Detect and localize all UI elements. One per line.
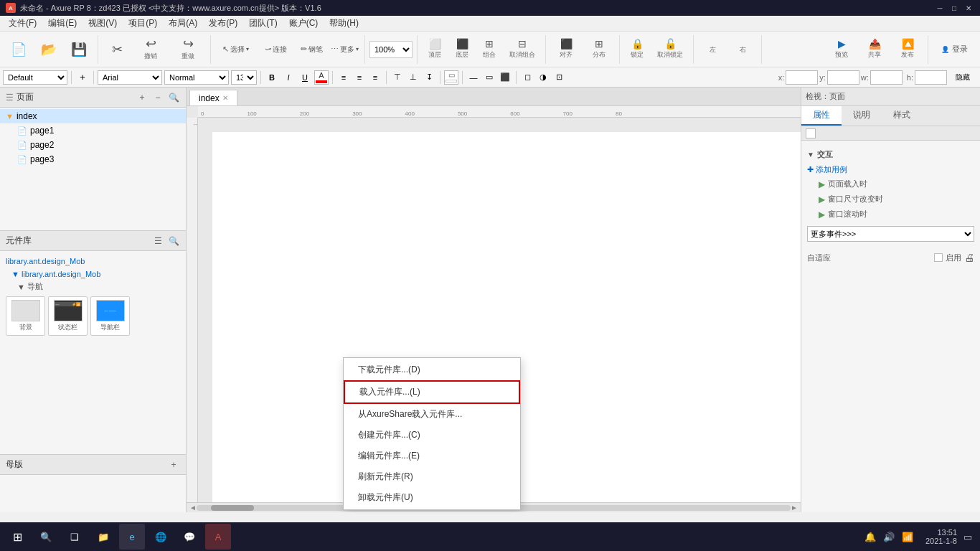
bold-button[interactable]: B bbox=[265, 70, 279, 85]
page-item-page3[interactable]: 📄 page3 bbox=[0, 152, 186, 166]
taskview-button[interactable]: ❑ bbox=[62, 524, 88, 550]
menu-publish[interactable]: 发布(P) bbox=[203, 16, 243, 31]
login-button[interactable]: 👤 登录 bbox=[933, 36, 976, 63]
zoom-select[interactable]: 100% bbox=[369, 41, 413, 58]
bottom-layer-button[interactable]: ⬛ 底层 bbox=[449, 36, 475, 63]
w-input[interactable] bbox=[870, 70, 903, 85]
cut-button[interactable]: ✂ bbox=[103, 36, 131, 63]
comp-category-label[interactable]: ▼ library.ant.design_Mob bbox=[3, 267, 183, 280]
add-page-button[interactable]: + bbox=[136, 91, 149, 104]
ctx-load[interactable]: 载入元件库...(L) bbox=[344, 380, 520, 404]
tab-style[interactable]: 样式 bbox=[882, 106, 922, 126]
align-right-button[interactable]: ≡ bbox=[368, 70, 382, 85]
h-input[interactable] bbox=[915, 70, 947, 85]
ctx-refresh[interactable]: 刷新元件库(R) bbox=[344, 466, 520, 487]
add-style-button[interactable]: + bbox=[75, 70, 90, 85]
preview-button[interactable]: ▶ 预览 bbox=[826, 36, 857, 63]
connect-button[interactable]: ⤻ 连接 bbox=[257, 36, 294, 63]
align-center-button[interactable]: ≡ bbox=[352, 70, 367, 85]
italic-button[interactable]: I bbox=[281, 70, 296, 85]
menu-team[interactable]: 团队(T) bbox=[243, 16, 283, 31]
border-color-button[interactable]: ⬛ bbox=[498, 70, 512, 85]
edge-button[interactable]: e bbox=[119, 524, 145, 550]
page-item-index[interactable]: ▼ index bbox=[0, 109, 186, 123]
wechat-button[interactable]: 💬 bbox=[176, 524, 202, 550]
top-layer-button[interactable]: ⬜ 顶层 bbox=[422, 36, 448, 63]
align-left-button[interactable]: ≡ bbox=[336, 70, 351, 85]
event-window-resize[interactable]: ▶ 窗口尺寸改变时 bbox=[807, 192, 974, 207]
scroll-right-arrow[interactable]: ► bbox=[791, 504, 798, 512]
select-button[interactable]: ↖ 选择 ▾ bbox=[215, 36, 255, 63]
fill-color-button[interactable]: ▭ bbox=[444, 70, 458, 85]
scroll-left-arrow[interactable]: ◄ bbox=[189, 504, 197, 512]
page-item-page2[interactable]: 📄 page2 bbox=[0, 138, 186, 152]
y-input[interactable] bbox=[827, 70, 859, 85]
x-input[interactable] bbox=[786, 70, 818, 85]
explorer-button[interactable]: 📁 bbox=[90, 524, 116, 550]
adaptive-checkbox[interactable] bbox=[934, 253, 943, 262]
menu-view[interactable]: 视图(V) bbox=[83, 16, 123, 31]
tab-properties[interactable]: 属性 bbox=[801, 106, 842, 126]
padding-button[interactable]: ⊡ bbox=[552, 70, 566, 85]
font-family-select[interactable]: Arial bbox=[98, 70, 162, 85]
comp-menu-button[interactable]: ☰ bbox=[151, 235, 164, 248]
font-style-select[interactable]: Normal bbox=[164, 70, 229, 85]
menu-help[interactable]: 帮助(H) bbox=[324, 16, 364, 31]
unlock-button[interactable]: 🔓 取消锁定 bbox=[651, 36, 689, 63]
distribute-button[interactable]: ⊞ 分布 bbox=[583, 36, 615, 63]
tab-close-icon[interactable]: ✕ bbox=[222, 94, 228, 102]
style-select[interactable]: Default bbox=[3, 70, 67, 85]
search-page-button[interactable]: 🔍 bbox=[167, 91, 180, 104]
align-button[interactable]: ⬛ 对齐 bbox=[550, 36, 582, 63]
font-color-button[interactable]: A bbox=[314, 70, 329, 85]
ungroup-button[interactable]: ⊟ 取消组合 bbox=[504, 36, 541, 63]
border-style-button[interactable]: — bbox=[466, 70, 481, 85]
show-desktop-icon[interactable]: ▭ bbox=[960, 529, 976, 545]
event-page-load[interactable]: ▶ 页面载入时 bbox=[807, 176, 974, 192]
share-button[interactable]: 📤 共享 bbox=[859, 36, 890, 63]
comp-item-background[interactable]: 背景 bbox=[6, 296, 45, 336]
new-button[interactable]: 📄 bbox=[4, 36, 33, 63]
comp-nav-category[interactable]: ▼ 导航 bbox=[3, 280, 183, 293]
corner-button[interactable]: ◻ bbox=[520, 70, 534, 85]
hscroll-thumb[interactable] bbox=[211, 505, 254, 511]
undo-button[interactable]: ↩ 撤销 bbox=[133, 36, 169, 63]
right-button[interactable]: 右 bbox=[728, 36, 757, 63]
pen-button[interactable]: ✏ 钢笔 bbox=[296, 36, 327, 63]
ctx-unload[interactable]: 卸载元件库(U) bbox=[344, 487, 520, 508]
valign-top-button[interactable]: ⊤ bbox=[390, 70, 405, 85]
search-button[interactable]: 🔍 bbox=[33, 524, 59, 550]
axure-button[interactable]: A bbox=[205, 524, 231, 550]
border-width-button[interactable]: ▭ bbox=[482, 70, 496, 85]
group-button[interactable]: ⊞ 组合 bbox=[476, 36, 502, 63]
ctx-create[interactable]: 创建元件库...(C) bbox=[344, 425, 520, 446]
maximize-button[interactable]: □ bbox=[948, 2, 960, 14]
chrome-button[interactable]: 🌐 bbox=[148, 524, 174, 550]
left-button[interactable]: 左 bbox=[698, 36, 727, 63]
ctx-axureshare[interactable]: 从AxureShare载入元件库... bbox=[344, 404, 520, 425]
ctx-download[interactable]: 下载元件库...(D) bbox=[344, 359, 520, 380]
lock-button[interactable]: 🔒 锁定 bbox=[624, 36, 650, 63]
menu-edit[interactable]: 编辑(E) bbox=[42, 16, 83, 31]
comp-item-statusbar[interactable]: — ⚡📶 状态栏 bbox=[48, 296, 88, 336]
font-size-select[interactable]: 13 bbox=[231, 70, 257, 85]
more-button[interactable]: ⋯ 更多 ▾ bbox=[329, 36, 360, 63]
redo-button[interactable]: ↪ 重做 bbox=[170, 36, 206, 63]
add-case-button[interactable]: ✚ 添加用例 bbox=[807, 163, 974, 176]
volume-icon[interactable]: 🔊 bbox=[881, 529, 897, 545]
menu-layout[interactable]: 布局(A) bbox=[163, 16, 203, 31]
network-icon[interactable]: 📶 bbox=[900, 529, 915, 545]
save-button[interactable]: 💾 bbox=[65, 36, 93, 63]
start-button[interactable]: ⊞ bbox=[4, 524, 30, 550]
menu-account[interactable]: 账户(C) bbox=[283, 16, 324, 31]
delete-page-button[interactable]: − bbox=[151, 91, 164, 104]
tab-notes[interactable]: 说明 bbox=[842, 106, 882, 126]
print-icon[interactable]: 🖨 bbox=[964, 252, 974, 263]
canvas-tab-index[interactable]: index ✕ bbox=[189, 90, 237, 105]
masters-add-button[interactable]: + bbox=[167, 458, 180, 471]
hide-button[interactable]: 隐藏 bbox=[948, 70, 977, 85]
right-panel-checkbox[interactable] bbox=[806, 128, 816, 138]
shadow-button[interactable]: ◑ bbox=[536, 70, 550, 85]
comp-library-label[interactable]: library.ant.design_Mob bbox=[3, 254, 183, 267]
minimize-button[interactable]: ─ bbox=[934, 2, 946, 14]
